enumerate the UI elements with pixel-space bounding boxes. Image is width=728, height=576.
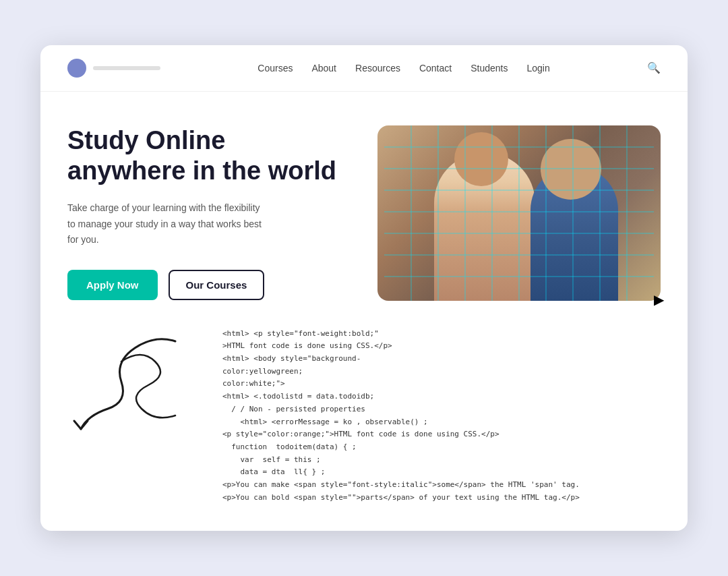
hero-buttons: Apply Now Our Courses — [67, 270, 351, 300]
code-line: >HTML font code is done using CSS.</p> — [222, 340, 661, 353]
hero-image — [377, 125, 661, 301]
code-line: <html> <.todolistd = data.todoidb; — [222, 391, 661, 403]
browser-window: Courses About Resources Contact Students… — [40, 45, 688, 531]
nav-login[interactable]: Login — [526, 63, 549, 74]
code-line: <p>You can bold <span style="">parts</sp… — [222, 492, 661, 505]
person-right-silhouette — [530, 166, 618, 301]
bottom-section: <html> <p style="font-weight:bold;">HTML… — [40, 314, 688, 531]
logo-circle — [67, 59, 86, 78]
nav-students[interactable]: Students — [471, 63, 508, 74]
nav-courses[interactable]: Courses — [257, 63, 293, 74]
code-line: <html> <p style="font-weight:bold;" — [222, 328, 661, 341]
code-line: var self = this ; — [222, 454, 661, 467]
our-courses-button[interactable]: Our Courses — [169, 270, 265, 300]
nav-resources[interactable]: Resources — [355, 63, 400, 74]
logo-bar — [93, 66, 160, 70]
hero-description: Take charge of your learning with the fl… — [67, 200, 270, 248]
code-line: color:white;"> — [222, 378, 661, 391]
hero-image-background — [377, 125, 661, 301]
code-line: color:yellowgreen; — [222, 366, 661, 378]
nav-about[interactable]: About — [311, 63, 336, 74]
code-line: data = dta ll{ } ; — [222, 466, 661, 479]
logo-area — [67, 59, 160, 78]
search-icon[interactable]: 🔍 — [647, 61, 661, 74]
cursor-icon: ▶ — [654, 291, 664, 308]
apply-now-button[interactable]: Apply Now — [67, 270, 158, 300]
code-block: <html> <p style="font-weight:bold;">HTML… — [222, 321, 661, 511]
nav-contact[interactable]: Contact — [419, 63, 452, 74]
navbar: Courses About Resources Contact Students… — [40, 45, 688, 92]
code-line: function todoitem(data) { ; — [222, 441, 661, 454]
code-line: <html> <body style="background- — [222, 353, 661, 366]
code-line: <p>You can make <span style="font-style:… — [222, 479, 661, 492]
hero-right: ▶ — [377, 125, 661, 301]
code-line: / / Non - persisted properties — [222, 403, 661, 416]
nav-links: Courses About Resources Contact Students… — [257, 62, 549, 74]
squiggle-decoration — [67, 321, 202, 442]
hero-title: Study Online anywhere in the world — [67, 125, 351, 187]
hero-left: Study Online anywhere in the world Take … — [67, 125, 351, 301]
person-left-silhouette — [434, 152, 535, 301]
code-line: <p style="color:orange;">HTML font code … — [222, 428, 661, 441]
code-line: <html> <errorMessage = ko , observable()… — [222, 416, 661, 429]
hero-section: Study Online anywhere in the world Take … — [40, 92, 688, 314]
